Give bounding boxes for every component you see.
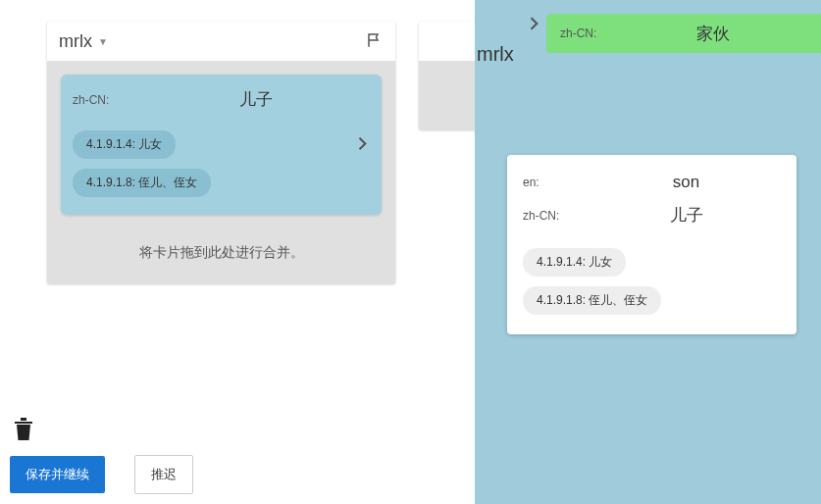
right-pane: zh-CN: 家伙 mrlx en:sonzh-CN:儿子 4.1.9.1.4:… (475, 0, 821, 504)
chip[interactable]: 4.1.9.1.4: 儿女 (73, 130, 176, 159)
lang-value: son (591, 173, 781, 192)
white-card[interactable]: en:sonzh-CN:儿子 4.1.9.1.4: 儿女4.1.9.1.8: 侄… (507, 155, 796, 334)
dropdown-caret-icon[interactable]: ▼ (98, 36, 108, 47)
left-pane: mrlx ▼ zh-CN: 儿子 4.1.9.1.4: 儿女4.1.9.1.8:… (0, 0, 475, 504)
lang-value: 儿子 (141, 88, 370, 111)
right-username: mrlx (477, 43, 514, 66)
chip[interactable]: 4.1.9.1.4: 儿女 (523, 248, 626, 277)
lang-label: zh-CN: (523, 209, 591, 223)
lang-label: en: (523, 176, 591, 189)
trash-icon[interactable] (12, 415, 35, 445)
lang-row: zh-CN:儿子 (523, 204, 781, 227)
right-top: zh-CN: 家伙 mrlx (475, 0, 821, 59)
lang-label: zh-CN: (73, 93, 141, 107)
chevron-right-icon[interactable] (524, 14, 543, 36)
lang-row: en:son (523, 173, 781, 192)
chip[interactable]: 4.1.9.1.8: 侄儿、侄女 (523, 286, 661, 315)
save-continue-button[interactable]: 保存并继续 (10, 456, 105, 493)
blue-card[interactable]: zh-CN: 儿子 4.1.9.1.4: 儿女4.1.9.1.8: 侄儿、侄女 (61, 75, 382, 215)
lang-value: 家伙 (619, 23, 807, 45)
bottom-bar: 保存并继续 推迟 (0, 445, 203, 504)
lang-value: 儿子 (591, 204, 781, 227)
chip[interactable]: 4.1.9.1.8: 侄儿、侄女 (73, 169, 211, 197)
green-card[interactable]: zh-CN: 家伙 (546, 14, 821, 53)
chevron-right-icon[interactable] (352, 133, 372, 156)
merge-header: mrlx ▼ (47, 22, 395, 61)
username-dropdown[interactable]: mrlx (59, 31, 92, 52)
defer-button[interactable]: 推迟 (134, 455, 193, 494)
flag-icon[interactable] (366, 31, 384, 52)
lang-row: zh-CN: 儿子 (73, 88, 370, 111)
merge-area: mrlx ▼ zh-CN: 儿子 4.1.9.1.4: 儿女4.1.9.1.8:… (47, 22, 395, 283)
drop-hint-text: 将卡片拖到此处进行合并。 (47, 228, 395, 283)
lang-label: zh-CN: (560, 26, 619, 40)
